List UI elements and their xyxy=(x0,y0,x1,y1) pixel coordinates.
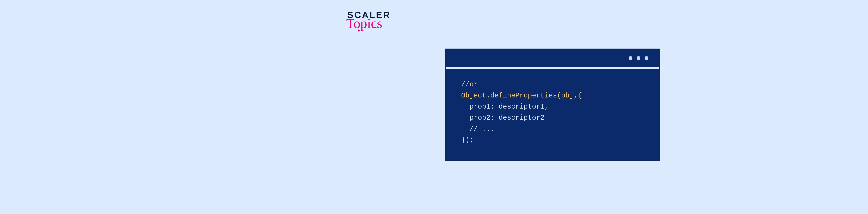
logo-dot-icon xyxy=(358,30,360,32)
window-controls xyxy=(629,56,648,60)
code-line: prop2: descriptor2 xyxy=(461,114,545,122)
code-line: Object.defineProperties(obj,{ xyxy=(461,92,582,100)
code-body: //or Object.defineProperties(obj,{ prop1… xyxy=(446,69,659,159)
window-dot-icon xyxy=(645,56,648,60)
code-line: }); xyxy=(461,136,474,144)
code-line: // ... xyxy=(461,125,495,133)
window-dot-icon xyxy=(637,56,641,60)
window-dot-icon xyxy=(629,56,632,60)
window-titlebar xyxy=(446,49,659,69)
code-line: prop1: descriptor1, xyxy=(461,103,549,111)
code-window: //or Object.defineProperties(obj,{ prop1… xyxy=(444,48,660,160)
code-line: //or xyxy=(461,81,478,88)
content-wrap: SCALER Topics //or Object.defineProperti… xyxy=(330,0,712,214)
scaler-topics-logo: SCALER Topics xyxy=(347,10,391,32)
